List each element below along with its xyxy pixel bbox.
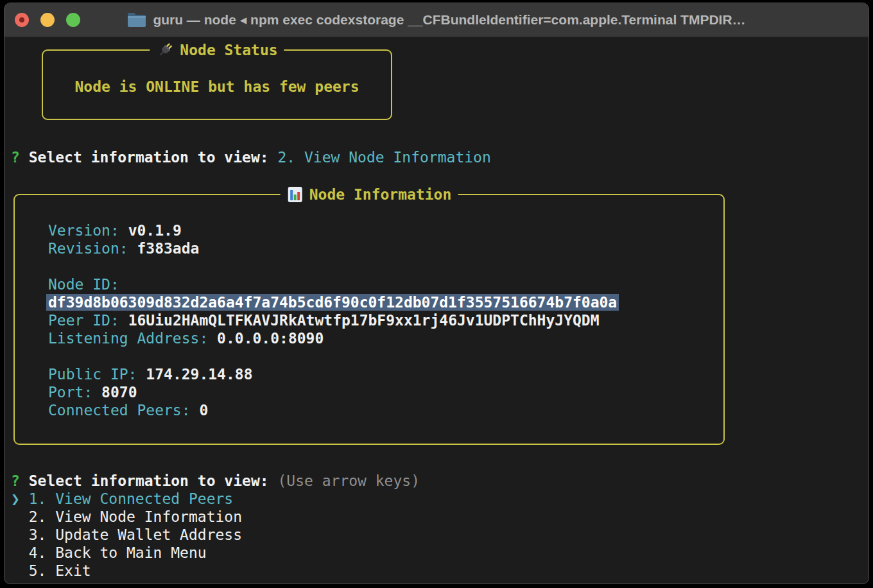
version-row: Version: v0.1.9 xyxy=(48,221,182,239)
revision-row: Revision: f383ada xyxy=(48,239,199,257)
prompt-label: Select information to view: xyxy=(29,472,269,489)
terminal-window: guru — node ◂ npm exec codexstorage __CF… xyxy=(4,3,869,584)
node-status-message: Node is ONLINE but has few peers xyxy=(43,78,391,96)
port-value: 8070 xyxy=(101,384,137,401)
node-status-panel: Node Status Node is ONLINE but has few p… xyxy=(42,49,392,120)
node-status-title: Node Status xyxy=(180,41,277,59)
plug-icon xyxy=(156,41,174,59)
prompt-answer: 2. View Node Information xyxy=(277,149,490,166)
prompt-label: Select information to view: xyxy=(29,149,269,166)
menu-option-1[interactable]: ❯1. View Connected Peers xyxy=(11,490,233,508)
menu-option-label: 3. Update Wallet Address xyxy=(29,526,242,543)
peer-id-label: Peer ID: xyxy=(48,312,119,329)
selection-pointer-icon: ❯ xyxy=(11,490,29,508)
listening-address-row: Listening Address: 0.0.0.0:8090 xyxy=(48,329,324,347)
node-id-label-row: Node ID: xyxy=(48,275,119,293)
connected-peers-value: 0 xyxy=(199,402,208,419)
version-label: Version: xyxy=(48,222,119,239)
menu-option-label: 1. View Connected Peers xyxy=(29,490,234,507)
menu-option-label: 2. View Node Information xyxy=(29,508,242,525)
public-ip-label: Public IP: xyxy=(48,366,137,383)
title-area: guru — node ◂ npm exec codexstorage __CF… xyxy=(94,12,779,28)
folder-icon xyxy=(127,12,146,28)
window-title: guru — node ◂ npm exec codexstorage __CF… xyxy=(153,12,745,28)
close-button[interactable] xyxy=(15,13,29,27)
listening-address-value: 0.0.0.0:8090 xyxy=(217,330,324,347)
peer-id-value: 16Uiu2HAmQLTFKAVJRkAtwtfp17bF9xx1rj46Jv1… xyxy=(128,312,600,329)
peer-id-row: Peer ID: 16Uiu2HAmQLTFKAVJRkAtwtfp17bF9x… xyxy=(48,311,600,329)
prompt-hint: (Use arrow keys) xyxy=(277,472,420,489)
terminal-content: Node Status Node is ONLINE but has few p… xyxy=(4,37,869,584)
public-ip-row: Public IP: 174.29.14.88 xyxy=(48,365,253,383)
version-value: v0.1.9 xyxy=(128,222,182,239)
node-id-value-row: df39d8b06309d832d2a6a4f7a74b5cd6f90c0f12… xyxy=(48,293,617,311)
bar-chart-icon xyxy=(287,186,304,203)
connected-peers-label: Connected Peers: xyxy=(48,402,191,419)
node-info-panel: Node Information Version: v0.1.9 Revisio… xyxy=(13,194,725,445)
prompt-question-mark: ? xyxy=(11,472,20,489)
active-prompt-line: ? Select information to view: (Use arrow… xyxy=(11,472,420,490)
menu-option-label: 4. Back to Main Menu xyxy=(29,544,207,561)
node-id-value-selected: df39d8b06309d832d2a6a4f7a74b5cd6f90c0f12… xyxy=(46,294,619,311)
menu-option-2[interactable]: 2. View Node Information xyxy=(11,508,242,526)
menu-option-4[interactable]: 4. Back to Main Menu xyxy=(11,544,207,562)
port-row: Port: 8070 xyxy=(48,383,137,401)
revision-value: f383ada xyxy=(137,240,199,257)
answered-prompt-line: ? Select information to view: 2. View No… xyxy=(11,148,491,166)
menu-option-5[interactable]: 5. Exit xyxy=(11,562,91,580)
node-info-title: Node Information xyxy=(309,186,452,203)
traffic-lights xyxy=(4,13,94,27)
prompt-question-mark: ? xyxy=(11,149,20,166)
node-id-label: Node ID: xyxy=(48,276,119,293)
menu-option-3[interactable]: 3. Update Wallet Address xyxy=(11,526,242,544)
revision-label: Revision: xyxy=(48,240,128,257)
port-label: Port: xyxy=(48,384,92,401)
node-info-header: Node Information xyxy=(281,186,458,203)
node-status-header: Node Status xyxy=(150,41,284,59)
titlebar[interactable]: guru — node ◂ npm exec codexstorage __CF… xyxy=(4,3,869,37)
minimize-button[interactable] xyxy=(40,13,55,27)
menu-option-label: 5. Exit xyxy=(29,562,91,579)
listening-address-label: Listening Address: xyxy=(48,330,208,347)
public-ip-value: 174.29.14.88 xyxy=(146,366,252,383)
zoom-button[interactable] xyxy=(66,13,80,27)
connected-peers-row: Connected Peers: 0 xyxy=(48,401,208,419)
